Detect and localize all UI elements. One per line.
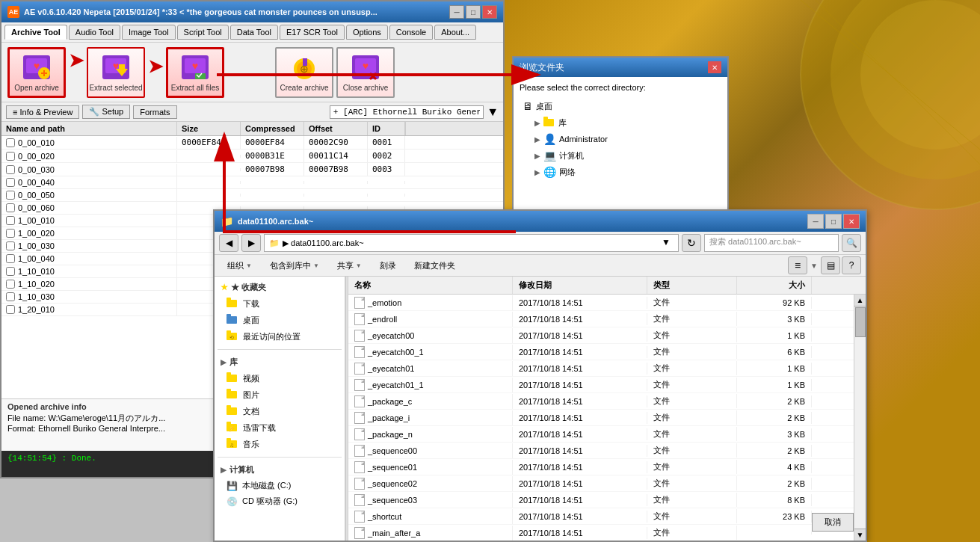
setup-button[interactable]: 🔧 Setup: [82, 105, 130, 119]
archive-dropdown-icon[interactable]: ▼: [487, 105, 499, 119]
sidebar-item-images[interactable]: 图片: [215, 387, 345, 403]
list-item[interactable]: _package_c 2017/10/18 14:51 文件 2 KB: [348, 393, 854, 410]
info-preview-button[interactable]: ≡ Info & Preview: [6, 105, 79, 119]
exp-col-size-header[interactable]: 大小: [737, 277, 812, 294]
col-id[interactable]: ID: [368, 122, 405, 135]
tab-audio-tool[interactable]: Audio Tool: [69, 25, 120, 40]
explorer-close-button[interactable]: ✕: [843, 214, 860, 229]
sidebar-library-header[interactable]: ▶ 库: [215, 354, 345, 370]
explorer-minimize-button[interactable]: ─: [807, 214, 824, 229]
col-compressed[interactable]: Compressed: [241, 122, 304, 135]
scrollbar-up-button[interactable]: ▲: [854, 295, 866, 307]
file-checkbox[interactable]: [6, 203, 15, 212]
sidebar-item-download[interactable]: 下载: [215, 295, 345, 312]
burn-button[interactable]: 刻录: [372, 257, 404, 274]
sidebar-item-cd-drive[interactable]: 💿 CD 驱动器 (G:): [215, 493, 345, 509]
list-item[interactable]: _sequence03 2017/10/18 14:51 文件 8 KB: [348, 492, 854, 508]
nav-back-button[interactable]: ◀: [219, 234, 238, 252]
table-row[interactable]: 0_00_050: [1, 189, 503, 202]
exp-filelist-body[interactable]: _emotion 2017/10/18 14:51 文件 92 KB _endr…: [348, 295, 854, 541]
nav-forward-button[interactable]: ▶: [241, 234, 261, 252]
nav-refresh-button[interactable]: ↻: [682, 234, 701, 252]
file-checkbox[interactable]: [6, 165, 15, 174]
formats-button[interactable]: Formats: [133, 105, 176, 119]
list-item[interactable]: _sequence01 2017/10/18 14:51 文件 4 KB: [348, 459, 854, 475]
browse-close-button[interactable]: ✕: [708, 61, 721, 73]
create-archive-button[interactable]: ⊕ Create archive: [275, 47, 333, 98]
exp-col-date-header[interactable]: 修改日期: [513, 277, 647, 294]
file-checkbox[interactable]: [6, 305, 15, 314]
browse-item-network[interactable]: ▶ 🌐 网络: [520, 164, 721, 180]
address-bar[interactable]: 📁 ▶ data01100.arc.bak~ ▼: [264, 234, 679, 252]
view-list-icon[interactable]: ≡: [788, 256, 807, 274]
list-item[interactable]: _eyecatch00 2017/10/18 14:51 文件 1 KB: [348, 327, 854, 344]
sidebar-item-thunder[interactable]: ⚡ 迅雷下载: [215, 419, 345, 436]
list-item[interactable]: _package_i 2017/10/18 14:51 文件 2 KB: [348, 410, 854, 426]
scrollbar-down-button[interactable]: ▼: [854, 529, 866, 541]
minimize-button[interactable]: ─: [449, 5, 464, 19]
extract-selected-button[interactable]: ♥ Extract selected: [87, 47, 145, 98]
file-checkbox[interactable]: [6, 216, 15, 225]
table-row[interactable]: 0_00_040: [1, 176, 503, 189]
col-size[interactable]: Size: [177, 122, 241, 135]
extract-all-button[interactable]: ♥ Extract all files: [166, 47, 224, 98]
browse-item-desktop[interactable]: 🖥 桌面: [520, 98, 721, 114]
file-checkbox[interactable]: [6, 292, 15, 301]
col-offset[interactable]: Offset: [304, 122, 368, 135]
table-row[interactable]: 0_00_030 00007B98 00007B98 0003: [1, 163, 503, 176]
search-button[interactable]: 🔍: [842, 234, 861, 252]
tab-script-tool[interactable]: Script Tool: [177, 25, 229, 40]
explorer-maximize-button[interactable]: □: [825, 214, 842, 229]
list-item[interactable]: _sequence02 2017/10/18 14:51 文件 2 KB: [348, 475, 854, 492]
table-row[interactable]: 0_00_010 0000EF84 0000EF84 00002C90 0001: [1, 136, 503, 150]
tab-archive-tool[interactable]: Archive Tool: [4, 25, 67, 40]
exp-col-name-header[interactable]: 名称: [348, 277, 513, 294]
tab-image-tool[interactable]: Image Tool: [122, 25, 176, 40]
file-checkbox[interactable]: [6, 152, 15, 161]
archive-selector[interactable]: [330, 105, 484, 119]
sidebar-favorites-header[interactable]: ★ ★ 收藏夹: [215, 280, 345, 295]
maximize-button[interactable]: □: [466, 5, 481, 19]
search-bar[interactable]: 搜索 data01100.arc.bak~: [704, 234, 839, 252]
close-archive-button[interactable]: ♥ Close archive: [336, 47, 395, 98]
list-item[interactable]: _package_n 2017/10/18 14:51 文件 3 KB: [348, 426, 854, 443]
list-item[interactable]: _shortcut 2017/10/18 14:51 文件 23 KB: [348, 508, 854, 525]
file-checkbox[interactable]: [6, 178, 15, 187]
close-button[interactable]: ✕: [482, 5, 497, 19]
file-checkbox[interactable]: [6, 191, 15, 200]
scrollbar-thumb[interactable]: [855, 307, 866, 337]
file-checkbox[interactable]: [6, 280, 15, 289]
file-checkbox[interactable]: [6, 241, 15, 250]
include-in-library-button[interactable]: 包含到库中 ▼: [262, 257, 327, 274]
browse-item-administrator[interactable]: ▶ 👤 Administrator: [520, 131, 721, 147]
file-checkbox[interactable]: [6, 138, 15, 147]
tab-e17-scr[interactable]: E17 SCR Tool: [280, 25, 345, 40]
address-dropdown-icon[interactable]: ▼: [662, 237, 674, 249]
list-item[interactable]: _eyecatch00_1 2017/10/18 14:51 文件 6 KB: [348, 344, 854, 360]
list-item[interactable]: _endroll 2017/10/18 14:51 文件 3 KB: [348, 311, 854, 327]
tab-data-tool[interactable]: Data Tool: [230, 25, 278, 40]
browse-item-library[interactable]: ▶ 库: [520, 114, 721, 131]
file-checkbox[interactable]: [6, 254, 15, 263]
view-preview-icon[interactable]: ▤: [821, 256, 840, 274]
sidebar-computer-header[interactable]: ▶ 计算机: [215, 462, 345, 478]
exp-scrollbar[interactable]: ▲ ▼: [854, 295, 866, 541]
col-name[interactable]: Name and path: [1, 122, 177, 135]
organize-button[interactable]: 组织 ▼: [219, 257, 260, 274]
file-checkbox[interactable]: [6, 229, 15, 238]
browse-item-computer[interactable]: ▶ 💻 计算机: [520, 147, 721, 164]
list-item[interactable]: _main_after_a 2017/10/18 14:51 文件: [348, 525, 854, 541]
table-row[interactable]: 0_00_020 0000B31E 00011C14 0002: [1, 150, 503, 163]
open-archive-button[interactable]: ♥ Open archive: [7, 47, 66, 98]
list-item[interactable]: _sequence00 2017/10/18 14:51 文件 2 KB: [348, 443, 854, 459]
sidebar-item-music[interactable]: ♫ 音乐: [215, 436, 345, 452]
list-item[interactable]: _eyecatch01_1 2017/10/18 14:51 文件 1 KB: [348, 377, 854, 393]
sidebar-item-local-disk[interactable]: 💾 本地磁盘 (C:): [215, 478, 345, 493]
new-folder-button[interactable]: 新建文件夹: [406, 257, 463, 274]
list-item[interactable]: _eyecatch01 2017/10/18 14:51 文件 1 KB: [348, 360, 854, 377]
sidebar-item-video[interactable]: 视频: [215, 370, 345, 387]
cancel-button[interactable]: 取消: [812, 513, 854, 532]
tab-about[interactable]: About...: [434, 25, 476, 40]
help-button[interactable]: ?: [842, 256, 861, 274]
list-item[interactable]: _emotion 2017/10/18 14:51 文件 92 KB: [348, 295, 854, 311]
